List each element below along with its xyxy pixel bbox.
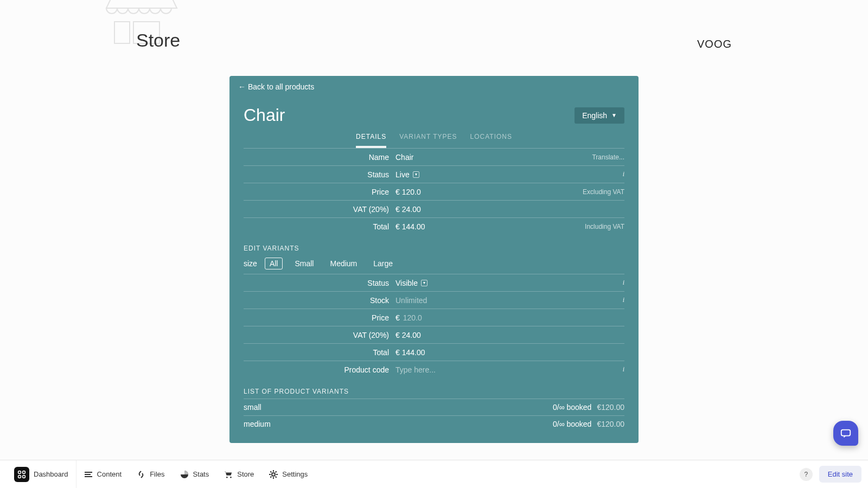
label-status: Status [244, 170, 395, 179]
svg-point-12 [272, 473, 275, 476]
nav-stats[interactable]: Stats [173, 460, 217, 489]
label-v-code: Product code [244, 365, 395, 374]
v-stock-input[interactable]: Unlimited [395, 296, 623, 305]
v-code-input[interactable]: Type here... [395, 365, 623, 374]
svg-rect-0 [114, 22, 130, 43]
product-title: Chair [244, 105, 285, 125]
product-panel: ← Back to all products Chair English ▼ D… [229, 76, 639, 443]
variant-chip-small[interactable]: Small [290, 258, 318, 269]
v-price-value: 120.0 [403, 313, 422, 322]
label-v-price: Price [244, 313, 395, 322]
link-icon [137, 470, 145, 479]
product-header: Chair English ▼ [229, 98, 639, 129]
variant-name: small [244, 403, 261, 412]
label-vat: VAT (20%) [244, 205, 395, 214]
translate-link[interactable]: Translate... [592, 153, 624, 161]
admin-bar: Dashboard Content Files Stats Store [0, 460, 868, 488]
nav-label: Stats [193, 470, 209, 478]
content-icon [84, 470, 93, 479]
nav-store[interactable]: Store [216, 460, 261, 489]
svg-rect-2 [841, 430, 851, 436]
language-label: English [582, 111, 607, 120]
edit-site-button[interactable]: Edit site [819, 466, 861, 483]
label-v-vat: VAT (20%) [244, 331, 395, 339]
row-v-status: Status Visible ▾ i [244, 274, 624, 291]
svg-point-6 [23, 475, 25, 478]
price-input[interactable]: € 120.0 [395, 188, 583, 196]
chat-icon [840, 427, 852, 439]
variant-filter: size All Small Medium Large [229, 255, 639, 274]
variant-list-row[interactable]: small 0/∞ booked €120.00 [244, 399, 624, 415]
variant-name: medium [244, 420, 271, 428]
stats-icon [180, 470, 189, 479]
svg-point-10 [226, 477, 228, 478]
nav-label: Files [150, 470, 164, 478]
svg-point-5 [18, 475, 21, 478]
arrow-left-icon: ← [238, 82, 246, 91]
nav-dashboard[interactable]: Dashboard [7, 460, 76, 489]
v-price-input[interactable]: € 120.0 [395, 313, 624, 322]
variant-chip-all[interactable]: All [265, 258, 283, 269]
total-value: € 144.00 [395, 222, 585, 231]
variant-price: €120.00 [597, 403, 624, 412]
details-rows: Name Chair Translate... Status Live ▾ i … [229, 148, 639, 235]
total-note: Including VAT [585, 223, 624, 230]
row-v-code: Product code Type here... i [244, 361, 624, 378]
label-total: Total [244, 222, 395, 231]
label-v-status: Status [244, 279, 395, 287]
price-note: Excluding VAT [583, 188, 624, 196]
edit-variants-heading: EDIT VARIANTS [229, 235, 639, 255]
v-status-select[interactable]: Visible ▾ [395, 279, 623, 287]
variant-price: €120.00 [597, 420, 624, 428]
label-name: Name [244, 153, 395, 162]
info-icon[interactable]: i [623, 170, 624, 178]
site-header: Store VOOG [136, 0, 732, 70]
row-price: Price € 120.0 Excluding VAT [244, 183, 624, 200]
svg-point-4 [23, 471, 25, 473]
v-vat-value: € 24.00 [395, 331, 624, 339]
chevron-down-icon: ▾ [421, 280, 427, 286]
tab-details[interactable]: DETAILS [356, 133, 386, 148]
variant-list-row[interactable]: medium 0/∞ booked €120.00 [244, 415, 624, 432]
name-input[interactable]: Chair [395, 153, 592, 162]
nav-label: Store [237, 470, 254, 478]
back-to-products-link[interactable]: ← Back to all products [238, 82, 314, 91]
label-v-stock: Stock [244, 296, 395, 305]
row-status: Status Live ▾ i [244, 165, 624, 183]
row-total: Total € 144.00 Including VAT [244, 217, 624, 235]
store-page-title: Store [136, 30, 180, 51]
svg-point-3 [18, 471, 21, 473]
brand-logo: VOOG [697, 38, 732, 50]
status-select[interactable]: Live ▾ [395, 170, 623, 179]
row-v-stock: Stock Unlimited i [244, 291, 624, 309]
variant-stock: 0/∞ booked [553, 420, 591, 428]
nav-label: Dashboard [34, 470, 68, 478]
currency-symbol: € [395, 313, 400, 322]
cart-icon [224, 470, 233, 479]
info-icon[interactable]: i [623, 296, 624, 304]
chat-widget-button[interactable] [833, 421, 858, 446]
status-value: Live [395, 170, 410, 179]
variant-chip-medium[interactable]: Medium [326, 258, 361, 269]
tab-variant-types[interactable]: VARIANT TYPES [399, 133, 457, 148]
label-price: Price [244, 188, 395, 196]
variant-detail-rows: Status Visible ▾ i Stock Unlimited i Pri… [229, 274, 639, 378]
variant-chip-large[interactable]: Large [369, 258, 397, 269]
nav-content[interactable]: Content [76, 460, 130, 489]
svg-point-11 [230, 477, 232, 478]
variant-stock: 0/∞ booked [553, 403, 591, 412]
help-button[interactable]: ? [800, 468, 813, 481]
info-icon[interactable]: i [623, 279, 624, 286]
dashboard-icon [14, 467, 29, 482]
nav-settings[interactable]: Settings [261, 460, 315, 489]
nav-files[interactable]: Files [129, 460, 172, 489]
row-v-total: Total € 144.00 [244, 343, 624, 361]
v-status-value: Visible [395, 279, 418, 287]
info-icon[interactable]: i [623, 365, 624, 373]
language-dropdown[interactable]: English ▼ [575, 107, 624, 124]
label-v-total: Total [244, 348, 395, 357]
variant-list: small 0/∞ booked €120.00 medium 0/∞ book… [229, 399, 639, 432]
tab-locations[interactable]: LOCATIONS [470, 133, 512, 148]
vat-value: € 24.00 [395, 205, 624, 214]
chevron-down-icon: ▼ [611, 112, 617, 118]
